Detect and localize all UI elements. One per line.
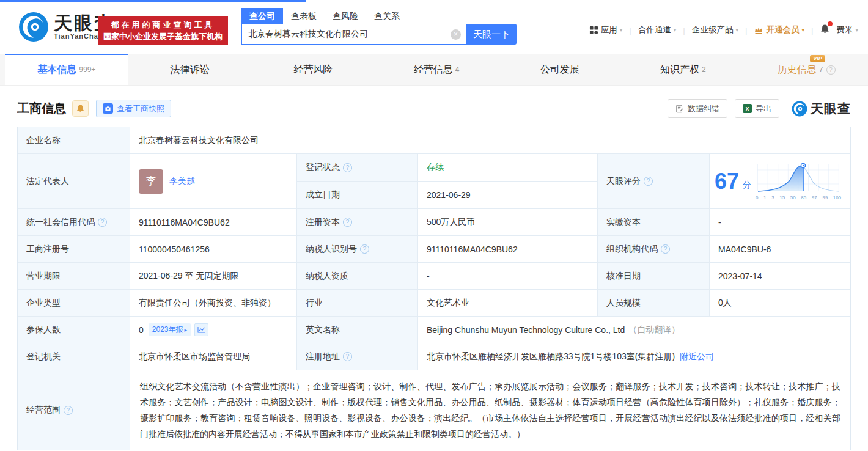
trend-chart-icon[interactable] [194,323,208,336]
field-label: 实缴资本 [598,209,710,235]
taxpayer-id-value: 91110116MA04C9BU62 [418,236,598,262]
tab-count: 2 [702,65,706,74]
tab-company-development[interactable]: 公司发展 [498,54,622,85]
reg-status-label: 登记状态 [306,162,340,173]
field-label: 注册地址 ? [297,343,418,370]
table-row: 法定代表人 李 李美越 登记状态 ? 存续 成立日期 2021-06-29 [18,154,850,209]
help-icon[interactable]: ? [826,65,836,75]
chevron-down-icon: ▾ [674,27,677,33]
en-name-value: Beijing Chunshu Muyun Technology Culture… [427,325,625,335]
help-icon[interactable]: ? [64,406,73,415]
help-icon[interactable]: ? [343,352,352,361]
legal-rep-link[interactable]: 李美越 [169,176,195,187]
excel-icon: x [743,104,752,113]
nav-divider: | [629,26,631,35]
export-button[interactable]: x 导出 [735,99,779,118]
bell-icon [76,104,85,113]
field-label: 纳税人资质 [297,263,418,289]
crown-icon [754,26,763,34]
nav-item-enterprise[interactable]: 企业级产品 ▾ [692,24,738,35]
table-row: 营业期限 2021-06-29 至 无固定期限 纳税人资质 - 核准日期 202… [18,263,850,290]
nav-item-apps[interactable]: 应用 ▾ [589,24,623,35]
subscribe-bell-button[interactable] [72,100,89,117]
data-correction-button[interactable]: 数据纠错 [668,99,727,118]
field-label: 行业 [297,290,418,316]
annual-report-label: 2023年报 [152,324,183,335]
industry-value: 文化艺术业 [418,290,598,316]
tab-legal-proceedings[interactable]: 法律诉讼 [128,54,252,85]
legal-rep-cell: 李 李美越 [130,154,297,208]
est-date-value: 2021-06-29 [418,182,598,208]
field-label: 核准日期 [598,263,710,289]
tab-intellectual-property[interactable]: 知识产权 2 [622,54,745,85]
help-icon[interactable]: ? [343,163,352,172]
chevron-down-icon: ▾ [855,27,858,33]
help-icon[interactable]: ? [98,218,107,227]
search-button[interactable]: 天眼一下 [466,24,517,45]
search-input[interactable] [242,24,466,44]
reg-number-value: 110000450461256 [130,236,297,262]
company-tabs: 基本信息 999+ 法律诉讼 经营风险 经营信息 4 公司发展 知识产权 2 历… [0,54,868,86]
watermark-name: 天眼查 [811,100,851,117]
field-label: 营业期限 [18,263,130,289]
tab-basic-info[interactable]: 基本信息 999+ [5,54,128,85]
tab-label: 知识产权 [660,64,699,76]
score-label: 天眼评分 [606,176,641,187]
caret-right-icon: ▸ [185,327,188,333]
table-row: 统一社会信用代码 ? 91110116MA04C9BU62 注册资本 ? 500… [18,209,850,236]
tianyancha-logo-icon [18,12,49,42]
notifications-bell[interactable] [820,24,830,36]
nav-item-membership[interactable]: 开通会员 ▾ [754,24,804,35]
search-tab-relation[interactable]: 查关系 [366,8,408,24]
nav-item-partner[interactable]: 合作通道 ▾ [638,24,677,35]
score-value: 67 [715,170,739,193]
nav-divider: | [811,26,814,35]
field-label: 登记机关 [18,343,130,370]
annual-report-pill[interactable]: 2023年报 ▸ [149,323,191,336]
clear-icon[interactable]: × [451,29,461,40]
authority-value: 北京市怀柔区市场监督管理局 [130,343,297,370]
score-axis-ticks: 0131550859799100 [755,195,842,200]
field-label: 经营范围 ? [18,370,130,450]
field-label: 企业类型 [18,290,130,316]
address-value: 北京市怀柔区雁栖经济开发区雁栖路33号院1号楼103室(集群注册) [427,351,675,362]
nav-label-enterprise: 企业级产品 [692,24,734,35]
help-icon[interactable]: ? [360,244,369,254]
insured-cell: 0 2023年报 ▸ [130,317,297,343]
insured-value: 0 [139,325,144,335]
avatar[interactable]: 李 [139,169,163,194]
tab-count: 7 [819,65,823,74]
correction-label: 数据纠错 [688,103,719,114]
slogan-line1: 都在用的商业查询工具 [103,19,223,31]
org-code-value: MA04C9BU-6 [710,236,850,262]
tab-business-risk[interactable]: 经营风险 [251,54,375,85]
term-value: 2021-06-29 至 无固定期限 [130,263,297,289]
username: 费米 [836,24,853,35]
tab-label: 公司发展 [540,64,579,76]
auto-translate-note: （自动翻译） [628,324,680,336]
company-type-value: 有限责任公司（外商投资、非独资） [130,290,297,316]
nearby-companies-link[interactable]: 附近公司 [680,351,714,362]
address-label: 注册地址 [306,351,340,362]
watermark-logo: 天眼查 [792,100,851,117]
search-tab-company[interactable]: 查公司 [241,8,283,24]
tab-count: 4 [455,65,460,74]
business-snapshot-button[interactable]: 查看工商快照 [96,100,171,117]
tab-business-info[interactable]: 经营信息 4 [375,54,498,85]
score-cell: 67 分 [710,154,850,208]
business-info-table: 企业名称 北京春树暮云科技文化有限公司 法定代表人 李 李美越 登记状态 ? 存… [17,127,851,450]
help-icon[interactable]: ? [644,177,653,186]
nav-item-user[interactable]: 费米 ▾ [836,24,858,35]
search-tab-risk[interactable]: 查风险 [325,8,366,24]
camera-icon [103,103,113,114]
field-label: 法定代表人 [18,154,130,208]
help-icon[interactable]: ? [661,244,670,254]
field-label: 成立日期 [297,182,418,208]
search-tab-boss[interactable]: 查老板 [283,8,325,24]
help-icon[interactable]: ? [343,218,352,227]
field-label: 组织机构代码 ? [598,236,710,262]
field-label: 企业名称 [18,127,130,153]
vip-badge: VIP [810,55,825,62]
basic-info-panel: 工商信息 查看工商快照 数据纠错 x 导出 [0,86,868,450]
tab-history-info[interactable]: 历史信息 VIP 7 ? [745,54,868,85]
